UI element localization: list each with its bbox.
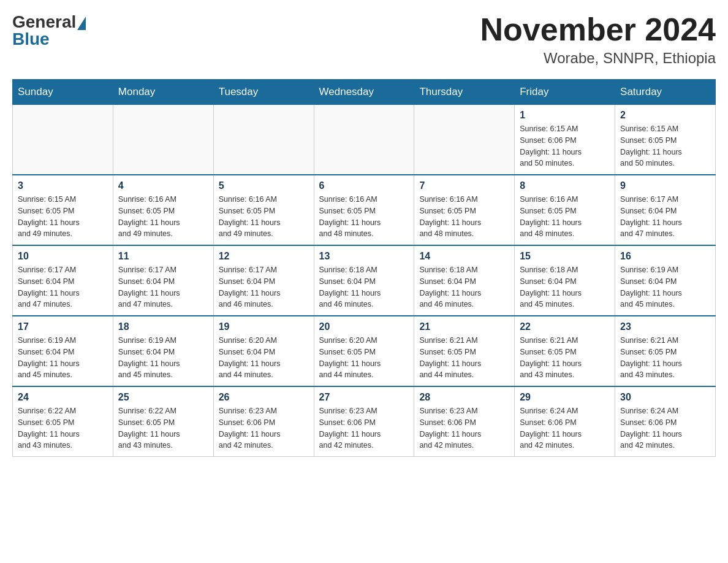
day-info: Sunrise: 6:18 AMSunset: 6:04 PMDaylight:… (419, 264, 509, 310)
day-number: 8 (520, 180, 610, 191)
calendar-cell (113, 105, 213, 175)
weekday-header-sunday: Sunday (13, 80, 113, 105)
day-info: Sunrise: 6:21 AMSunset: 6:05 PMDaylight:… (520, 335, 610, 381)
day-number: 15 (520, 251, 610, 262)
calendar-cell: 23Sunrise: 6:21 AMSunset: 6:05 PMDayligh… (615, 316, 716, 386)
day-number: 16 (620, 251, 710, 262)
weekday-header-tuesday: Tuesday (213, 80, 314, 105)
month-title: November 2024 (480, 12, 716, 47)
day-number: 26 (219, 392, 309, 403)
day-number: 28 (419, 392, 509, 403)
calendar-cell: 17Sunrise: 6:19 AMSunset: 6:04 PMDayligh… (13, 316, 113, 386)
page-header: General Blue November 2024 Worabe, SNNPR… (12, 12, 716, 67)
calendar-cell: 26Sunrise: 6:23 AMSunset: 6:06 PMDayligh… (213, 386, 314, 457)
calendar-cell: 18Sunrise: 6:19 AMSunset: 6:04 PMDayligh… (113, 316, 213, 386)
day-number: 29 (520, 392, 610, 403)
calendar-cell: 9Sunrise: 6:17 AMSunset: 6:04 PMDaylight… (615, 175, 716, 245)
day-info: Sunrise: 6:18 AMSunset: 6:04 PMDaylight:… (520, 264, 610, 310)
day-number: 22 (520, 321, 610, 332)
calendar-cell: 19Sunrise: 6:20 AMSunset: 6:04 PMDayligh… (213, 316, 314, 386)
calendar-week-row: 17Sunrise: 6:19 AMSunset: 6:04 PMDayligh… (13, 316, 716, 386)
calendar-cell: 24Sunrise: 6:22 AMSunset: 6:05 PMDayligh… (13, 386, 113, 457)
weekday-header-thursday: Thursday (414, 80, 515, 105)
day-info: Sunrise: 6:16 AMSunset: 6:05 PMDaylight:… (219, 194, 309, 240)
calendar-cell: 22Sunrise: 6:21 AMSunset: 6:05 PMDayligh… (515, 316, 615, 386)
day-number: 23 (620, 321, 710, 332)
day-number: 11 (118, 251, 208, 262)
day-info: Sunrise: 6:16 AMSunset: 6:05 PMDaylight:… (319, 194, 409, 240)
day-info: Sunrise: 6:15 AMSunset: 6:05 PMDaylight:… (620, 123, 710, 169)
day-info: Sunrise: 6:23 AMSunset: 6:06 PMDaylight:… (319, 405, 409, 451)
calendar-cell: 30Sunrise: 6:24 AMSunset: 6:06 PMDayligh… (615, 386, 716, 457)
calendar-week-row: 24Sunrise: 6:22 AMSunset: 6:05 PMDayligh… (13, 386, 716, 457)
day-number: 14 (419, 251, 509, 262)
day-info: Sunrise: 6:21 AMSunset: 6:05 PMDaylight:… (419, 335, 509, 381)
logo: General Blue (12, 12, 86, 49)
calendar-cell: 4Sunrise: 6:16 AMSunset: 6:05 PMDaylight… (113, 175, 213, 245)
calendar-cell: 12Sunrise: 6:17 AMSunset: 6:04 PMDayligh… (213, 245, 314, 316)
day-info: Sunrise: 6:18 AMSunset: 6:04 PMDaylight:… (319, 264, 409, 310)
day-info: Sunrise: 6:16 AMSunset: 6:05 PMDaylight:… (520, 194, 610, 240)
day-number: 24 (18, 392, 108, 403)
calendar-cell: 15Sunrise: 6:18 AMSunset: 6:04 PMDayligh… (515, 245, 615, 316)
day-number: 9 (620, 180, 710, 191)
day-number: 10 (18, 251, 108, 262)
calendar-cell (213, 105, 314, 175)
day-info: Sunrise: 6:17 AMSunset: 6:04 PMDaylight:… (18, 264, 108, 310)
calendar-table: SundayMondayTuesdayWednesdayThursdayFrid… (12, 79, 716, 457)
day-info: Sunrise: 6:15 AMSunset: 6:05 PMDaylight:… (18, 194, 108, 240)
calendar-cell: 5Sunrise: 6:16 AMSunset: 6:05 PMDaylight… (213, 175, 314, 245)
day-info: Sunrise: 6:17 AMSunset: 6:04 PMDaylight:… (219, 264, 309, 310)
calendar-cell: 16Sunrise: 6:19 AMSunset: 6:04 PMDayligh… (615, 245, 716, 316)
calendar-cell: 8Sunrise: 6:16 AMSunset: 6:05 PMDaylight… (515, 175, 615, 245)
day-number: 21 (419, 321, 509, 332)
day-info: Sunrise: 6:16 AMSunset: 6:05 PMDaylight:… (419, 194, 509, 240)
day-number: 19 (219, 321, 309, 332)
day-info: Sunrise: 6:22 AMSunset: 6:05 PMDaylight:… (18, 405, 108, 451)
day-info: Sunrise: 6:19 AMSunset: 6:04 PMDaylight:… (118, 335, 208, 381)
day-info: Sunrise: 6:15 AMSunset: 6:06 PMDaylight:… (520, 123, 610, 169)
calendar-cell: 25Sunrise: 6:22 AMSunset: 6:05 PMDayligh… (113, 386, 213, 457)
day-number: 18 (118, 321, 208, 332)
calendar-cell: 13Sunrise: 6:18 AMSunset: 6:04 PMDayligh… (314, 245, 414, 316)
calendar-cell: 28Sunrise: 6:23 AMSunset: 6:06 PMDayligh… (414, 386, 515, 457)
day-number: 6 (319, 180, 409, 191)
day-number: 17 (18, 321, 108, 332)
calendar-cell: 21Sunrise: 6:21 AMSunset: 6:05 PMDayligh… (414, 316, 515, 386)
day-number: 20 (319, 321, 409, 332)
day-number: 3 (18, 180, 108, 191)
day-info: Sunrise: 6:19 AMSunset: 6:04 PMDaylight:… (18, 335, 108, 381)
day-number: 25 (118, 392, 208, 403)
day-info: Sunrise: 6:22 AMSunset: 6:05 PMDaylight:… (118, 405, 208, 451)
calendar-cell: 29Sunrise: 6:24 AMSunset: 6:06 PMDayligh… (515, 386, 615, 457)
day-number: 7 (419, 180, 509, 191)
day-info: Sunrise: 6:20 AMSunset: 6:05 PMDaylight:… (319, 335, 409, 381)
calendar-cell: 7Sunrise: 6:16 AMSunset: 6:05 PMDaylight… (414, 175, 515, 245)
calendar-cell: 14Sunrise: 6:18 AMSunset: 6:04 PMDayligh… (414, 245, 515, 316)
calendar-cell: 1Sunrise: 6:15 AMSunset: 6:06 PMDaylight… (515, 105, 615, 175)
day-info: Sunrise: 6:20 AMSunset: 6:04 PMDaylight:… (219, 335, 309, 381)
calendar-cell (314, 105, 414, 175)
day-number: 30 (620, 392, 710, 403)
day-number: 27 (319, 392, 409, 403)
day-info: Sunrise: 6:16 AMSunset: 6:05 PMDaylight:… (118, 194, 208, 240)
calendar-week-row: 10Sunrise: 6:17 AMSunset: 6:04 PMDayligh… (13, 245, 716, 316)
weekday-header-monday: Monday (113, 80, 213, 105)
day-info: Sunrise: 6:24 AMSunset: 6:06 PMDaylight:… (520, 405, 610, 451)
day-number: 1 (520, 110, 610, 121)
day-info: Sunrise: 6:17 AMSunset: 6:04 PMDaylight:… (118, 264, 208, 310)
title-section: November 2024 Worabe, SNNPR, Ethiopia (480, 12, 716, 67)
calendar-cell (414, 105, 515, 175)
logo-triangle-icon (77, 17, 86, 30)
calendar-week-row: 1Sunrise: 6:15 AMSunset: 6:06 PMDaylight… (13, 105, 716, 175)
day-number: 12 (219, 251, 309, 262)
weekday-header-friday: Friday (515, 80, 615, 105)
calendar-cell: 2Sunrise: 6:15 AMSunset: 6:05 PMDaylight… (615, 105, 716, 175)
calendar-cell: 20Sunrise: 6:20 AMSunset: 6:05 PMDayligh… (314, 316, 414, 386)
day-info: Sunrise: 6:17 AMSunset: 6:04 PMDaylight:… (620, 194, 710, 240)
calendar-cell: 6Sunrise: 6:16 AMSunset: 6:05 PMDaylight… (314, 175, 414, 245)
weekday-header-saturday: Saturday (615, 80, 716, 105)
day-number: 13 (319, 251, 409, 262)
calendar-cell: 27Sunrise: 6:23 AMSunset: 6:06 PMDayligh… (314, 386, 414, 457)
weekday-header-wednesday: Wednesday (314, 80, 414, 105)
